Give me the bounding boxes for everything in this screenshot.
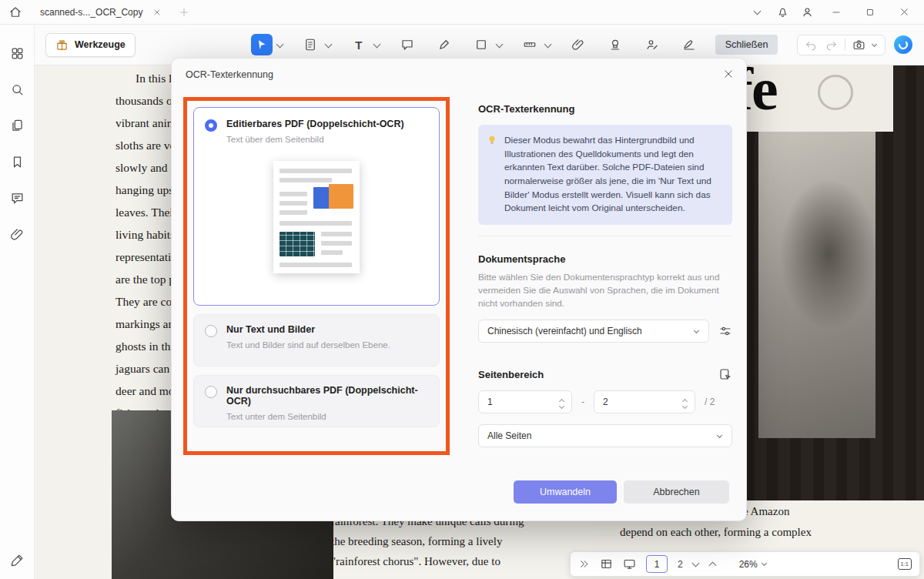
panel-heading: OCR-Texterkennung xyxy=(478,103,732,115)
close-window-button[interactable] xyxy=(889,2,919,23)
page-tool-chevron-icon[interactable] xyxy=(324,40,332,48)
next-page-chevron-icon[interactable] xyxy=(710,560,717,568)
shape-tool-chevron-icon[interactable] xyxy=(495,40,503,48)
sign-pen-tool[interactable] xyxy=(678,34,700,55)
document-tab[interactable]: scanned-s..._OCR_Copy xyxy=(32,0,172,25)
read-mode-icon[interactable] xyxy=(623,557,636,571)
stamp-tool[interactable] xyxy=(604,34,626,55)
scanned-text-line: "rainforest chorus". However, due to xyxy=(331,551,524,571)
text-tool[interactable]: T xyxy=(348,34,370,55)
ocr-mode-options: Editierbares PDF (Doppelschicht-OCR) Tex… xyxy=(183,97,450,455)
option-searchable-pdf[interactable]: Nur durchsuchbares PDF (Doppelschicht-OC… xyxy=(193,375,440,427)
titlebar-chevron-down-icon[interactable] xyxy=(747,2,768,22)
ai-assistant-icon[interactable] xyxy=(893,35,913,55)
radio-editable-pdf[interactable] xyxy=(205,119,217,132)
page-range-section-title: Seitenbereich xyxy=(478,367,732,381)
page-tool[interactable] xyxy=(300,34,321,55)
current-page-box[interactable]: 1 xyxy=(646,555,668,573)
dialog-close-icon[interactable] xyxy=(723,69,734,82)
page-thumbnails-icon[interactable] xyxy=(8,117,25,134)
comments-icon[interactable] xyxy=(8,189,25,206)
signature-tool[interactable] xyxy=(641,34,663,55)
maximize-button[interactable] xyxy=(855,2,886,23)
home-icon[interactable] xyxy=(5,2,26,22)
page-scope-select[interactable]: Alle Seiten xyxy=(478,424,732,447)
zoom-control[interactable]: 26% xyxy=(739,559,768,570)
option-label: Nur durchsuchbares PDF (Doppelschicht-OC… xyxy=(226,385,428,407)
undo-icon[interactable] xyxy=(805,38,818,52)
zoom-value: 26% xyxy=(739,559,758,570)
text-tool-glyph: T xyxy=(355,38,362,52)
page-range-settings-icon[interactable] xyxy=(718,367,732,381)
shape-tool[interactable] xyxy=(470,34,492,55)
dialog-title: OCR-Texterkennung xyxy=(186,69,273,80)
tab-title: scanned-s..._OCR_Copy xyxy=(40,7,142,18)
notifications-bell-icon[interactable] xyxy=(772,2,793,22)
dialog-buttons: Umwandeln Abbrechen xyxy=(514,480,729,504)
minimize-button[interactable] xyxy=(821,2,852,23)
page-total-label: / 2 xyxy=(705,397,715,407)
toolbar-right-group xyxy=(797,35,913,55)
page-from-input[interactable]: 1 xyxy=(478,390,572,413)
statusbar: 1 2 26% 1:1 xyxy=(570,551,920,577)
current-page-number: 1 xyxy=(654,559,660,570)
radio-text-and-images[interactable] xyxy=(205,325,217,337)
measure-tool-chevron-icon[interactable] xyxy=(544,40,551,48)
text-tool-chevron-icon[interactable] xyxy=(373,40,380,48)
page-scope-value: Alle Seiten xyxy=(487,430,531,441)
radio-searchable-pdf[interactable] xyxy=(205,386,217,398)
lightbulb-icon xyxy=(487,135,497,150)
search-icon[interactable] xyxy=(8,81,25,98)
actual-size-icon[interactable]: 1:1 xyxy=(898,558,912,570)
comment-tool[interactable] xyxy=(397,34,418,55)
scanned-photo-sloth xyxy=(758,132,875,438)
scanned-text-line: e Amazon xyxy=(743,505,789,518)
stylus-pen-icon[interactable] xyxy=(8,551,25,568)
divider xyxy=(478,236,732,236)
snapshot-chevron-icon[interactable] xyxy=(872,41,877,46)
table-of-contents-icon[interactable] xyxy=(600,557,613,571)
page-to-value: 2 xyxy=(603,397,608,407)
zoom-chevron-icon xyxy=(762,561,767,566)
page-to-stepper[interactable] xyxy=(683,397,688,408)
language-section-title: Dokumentsprache xyxy=(478,253,732,265)
language-select-value: Chinesisch (vereinfacht) und Englisch xyxy=(487,326,642,336)
titlebar: scanned-s..._OCR_Copy xyxy=(0,0,924,25)
page-two-button[interactable]: 2 xyxy=(678,559,683,570)
language-select[interactable]: Chinesisch (vereinfacht) und Englisch xyxy=(478,320,709,343)
page-scope-chevron-icon xyxy=(717,433,722,438)
language-settings-icon[interactable] xyxy=(718,324,732,338)
select-tool[interactable] xyxy=(251,34,273,55)
bookmark-icon[interactable] xyxy=(8,153,25,170)
snapshot-camera-icon[interactable] xyxy=(852,38,865,52)
titlebar-right-controls xyxy=(747,2,919,23)
option-label: Editierbares PDF (Doppelschicht-OCR) xyxy=(226,119,404,129)
new-tab-button[interactable] xyxy=(173,2,195,22)
redo-icon[interactable] xyxy=(825,38,838,52)
highlight-pen-tool[interactable] xyxy=(434,34,455,55)
apps-grid-icon[interactable] xyxy=(8,45,25,62)
page-from-stepper[interactable] xyxy=(560,397,565,408)
page-from-value: 1 xyxy=(487,397,493,407)
select-tool-chevron-icon[interactable] xyxy=(276,40,283,48)
attachment-tool[interactable] xyxy=(567,34,589,55)
option-text-and-images[interactable]: Nur Text und Bilder Text und Bilder sind… xyxy=(193,314,440,366)
account-icon[interactable] xyxy=(796,2,818,22)
tool-strip: T xyxy=(251,34,778,55)
expand-panel-icon[interactable] xyxy=(578,558,590,570)
option-label: Nur Text und Bilder xyxy=(226,324,390,335)
option-sublabel: Text unter dem Seitenbild xyxy=(226,412,428,421)
scanned-text-line: depend on each other, forming a complex xyxy=(620,526,812,539)
previous-page-chevron-icon[interactable] xyxy=(693,562,700,566)
cancel-button[interactable]: Abbrechen xyxy=(624,480,729,504)
tools-button[interactable]: Werkzeuge xyxy=(45,33,136,57)
page-to-input[interactable]: 2 xyxy=(594,390,695,413)
convert-button[interactable]: Umwandeln xyxy=(514,480,617,504)
close-ocr-mode-button[interactable]: Schließen xyxy=(715,35,778,55)
attachments-icon[interactable] xyxy=(8,226,25,243)
option-editable-pdf[interactable]: Editierbares PDF (Doppelschicht-OCR) Tex… xyxy=(193,107,440,306)
language-hint: Bitte wählen Sie den Dokumentensprachtyp… xyxy=(478,271,732,310)
measure-tool[interactable] xyxy=(519,34,541,55)
tab-close-icon[interactable] xyxy=(150,5,164,19)
history-snapshot-group xyxy=(797,35,886,55)
